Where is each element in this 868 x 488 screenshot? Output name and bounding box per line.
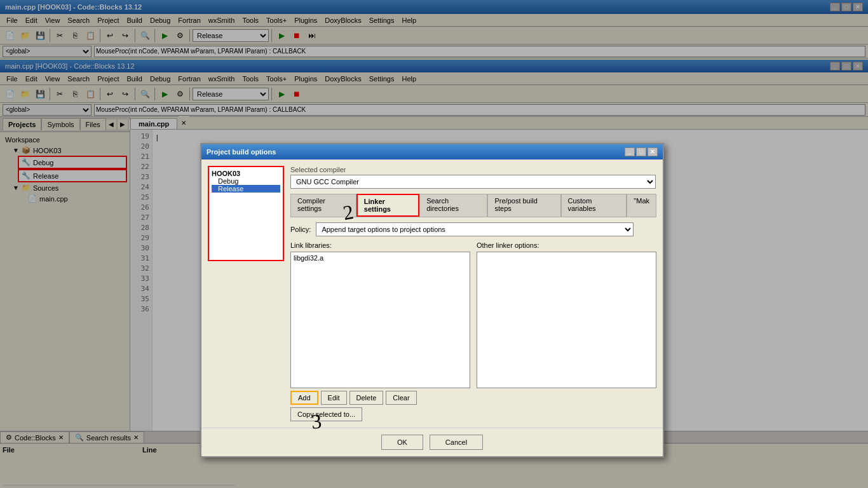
tab-mak[interactable]: "Mak xyxy=(627,194,656,217)
libs-area: Link libraries: libgdi32.a Add Edit Dele… xyxy=(290,241,656,421)
compiler-label: Selected compiler xyxy=(290,166,656,173)
other-options-area[interactable] xyxy=(477,252,656,388)
dialog-right-panel: Selected compiler GNU GCC Compiler Compi… xyxy=(290,166,656,421)
link-libs-list[interactable]: libgdi32.a xyxy=(290,252,470,388)
tree-release-child[interactable]: Release xyxy=(212,185,280,193)
compiler-section: Selected compiler GNU GCC Compiler xyxy=(290,166,656,189)
dialog-minimize[interactable]: _ xyxy=(625,147,635,156)
dialog-title-text: Project build options xyxy=(207,148,276,156)
dialog-title-bar: Project build options _ □ ✕ xyxy=(201,144,663,159)
edit-lib-btn[interactable]: Edit xyxy=(321,391,347,405)
add-lib-btn[interactable]: Add xyxy=(290,391,318,405)
policy-label: Policy: xyxy=(290,226,311,233)
delete-lib-btn[interactable]: Delete xyxy=(349,391,384,405)
project-build-options-dialog: Project build options _ □ ✕ HOOK03 Debug… xyxy=(200,143,664,458)
tab-compiler-settings[interactable]: Compiler settings xyxy=(290,194,356,217)
link-libs-label: Link libraries: xyxy=(290,241,470,249)
copy-selected-btn[interactable]: Copy selected to... xyxy=(290,407,362,421)
cancel-btn[interactable]: Cancel xyxy=(430,435,483,450)
dialog-close-btn[interactable]: ✕ xyxy=(648,147,658,156)
clear-lib-btn[interactable]: Clear xyxy=(386,391,416,405)
dialog-project-tree: HOOK03 Debug Release xyxy=(208,166,284,261)
tree-debug-child[interactable]: Debug xyxy=(212,177,280,185)
other-linker-panel: Other linker options: xyxy=(477,241,656,421)
ok-btn[interactable]: OK xyxy=(381,435,423,450)
other-options-textarea[interactable] xyxy=(477,252,656,388)
policy-select[interactable]: Append target options to project options xyxy=(316,222,634,236)
tree-hook03-root[interactable]: HOOK03 xyxy=(212,170,280,177)
dialog-footer: OK Cancel xyxy=(201,428,663,456)
compiler-select[interactable]: GNU GCC Compiler xyxy=(290,175,656,189)
tab-prepost-build[interactable]: Pre/post build steps xyxy=(487,194,560,217)
dialog-tabs: Compiler settings Linker settings Search… xyxy=(290,194,656,217)
tab-custom-vars[interactable]: Custom variables xyxy=(561,194,627,217)
dialog-body: HOOK03 Debug Release Selected compiler G… xyxy=(201,159,663,428)
other-label: Other linker options: xyxy=(477,241,656,249)
tab-linker-settings[interactable]: Linker settings xyxy=(356,194,419,217)
main-window: main.cpp [HOOK03] - Code::Blocks 13.12 _… xyxy=(0,0,868,488)
dialog-restore[interactable]: □ xyxy=(636,147,646,156)
tab-search-dirs[interactable]: Search directories xyxy=(419,194,487,217)
policy-row: Policy: Append target options to project… xyxy=(290,222,656,236)
link-libs-panel: Link libraries: libgdi32.a Add Edit Dele… xyxy=(290,241,470,421)
lib-item-0[interactable]: libgdi32.a xyxy=(292,254,468,262)
libs-buttons: Add Edit Delete Clear Copy selected to..… xyxy=(290,391,470,421)
